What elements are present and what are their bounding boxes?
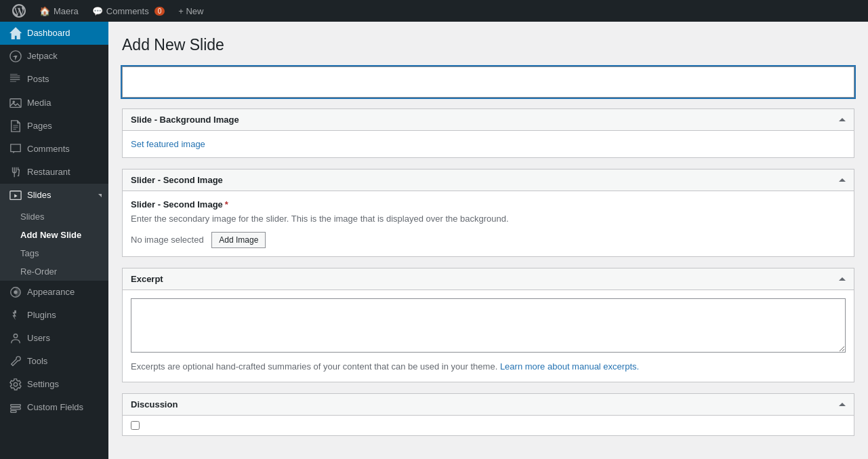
- slider-second-image-content: Slider - Second Image* Enter the seconda…: [123, 191, 854, 257]
- discussion-header[interactable]: Discussion: [123, 394, 854, 416]
- excerpt-content: Excerpts are optional hand-crafted summa…: [123, 290, 854, 382]
- sidebar-label-comments: Comments: [27, 143, 70, 155]
- sidebar-label-appearance: Appearance: [27, 286, 75, 298]
- slide-background-image-collapse-icon: [839, 118, 846, 121]
- sidebar-label-pages: Pages: [27, 120, 52, 132]
- pages-icon: [9, 120, 22, 132]
- sidebar-label-media: Media: [27, 97, 51, 109]
- sidebar-label-custom-fields: Custom Fields: [27, 401, 83, 414]
- restaurant-icon: [9, 166, 22, 178]
- comments-icon: 💬: [92, 6, 103, 16]
- add-image-button[interactable]: Add Image: [211, 232, 266, 248]
- discussion-box: Discussion: [122, 393, 854, 436]
- appearance-icon: [9, 286, 22, 298]
- plugins-icon: [9, 309, 22, 321]
- sidebar-label-slides: Slides: [27, 189, 51, 201]
- slider-second-image-header[interactable]: Slider - Second Image: [123, 169, 854, 191]
- sidebar-label-plugins: Plugins: [27, 309, 56, 321]
- set-featured-image-link[interactable]: Set featured image: [131, 139, 205, 149]
- main-layout: Dashboard Jetpack Posts Media Pages: [0, 22, 868, 459]
- excerpt-textarea[interactable]: [131, 298, 846, 353]
- settings-icon: [9, 378, 22, 391]
- discussion-collapse-icon: [839, 403, 846, 406]
- slides-icon: [9, 189, 22, 201]
- slider-second-image-title: Slider - Second Image: [131, 175, 223, 185]
- comments-count: 0: [154, 7, 165, 16]
- tools-icon: [9, 355, 22, 367]
- sidebar-label-jetpack: Jetpack: [27, 50, 58, 62]
- sidebar-item-slides[interactable]: Slides: [0, 184, 108, 207]
- home-icon: 🏠: [39, 6, 50, 16]
- sidebar-item-appearance[interactable]: Appearance: [0, 281, 108, 304]
- media-icon: [9, 97, 22, 109]
- page-title: Add New Slide: [122, 35, 854, 56]
- content-area: Add New Slide Slide - Background Image S…: [108, 22, 868, 459]
- admin-bar: 🏠 Maera 💬 Comments 0 + New: [0, 0, 868, 22]
- excerpt-box: Excerpt Excerpts are optional hand-craft…: [122, 268, 854, 382]
- slider-second-image-desc: Enter the secondary image for the slider…: [131, 212, 846, 226]
- slider-second-image-collapse-icon: [839, 178, 846, 182]
- excerpt-collapse-icon: [839, 277, 846, 281]
- site-name-button[interactable]: 🏠 Maera: [33, 0, 85, 22]
- svg-point-7: [14, 383, 17, 386]
- sidebar: Dashboard Jetpack Posts Media Pages: [0, 22, 108, 459]
- posts-icon: [9, 73, 22, 85]
- customfields-icon: [9, 402, 22, 414]
- dashboard-icon: [9, 27, 22, 39]
- excerpt-header[interactable]: Excerpt: [123, 268, 854, 290]
- svg-point-6: [14, 334, 17, 338]
- users-icon: [9, 332, 22, 344]
- svg-rect-10: [11, 410, 16, 412]
- discussion-checkbox-row: [131, 421, 846, 430]
- jetpack-icon: [9, 50, 22, 62]
- sidebar-item-plugins[interactable]: Plugins: [0, 304, 108, 327]
- sidebar-item-settings[interactable]: Settings: [0, 373, 108, 396]
- sidebar-item-users[interactable]: Users: [0, 327, 108, 350]
- svg-rect-9: [11, 407, 20, 410]
- sidebar-item-pages[interactable]: Pages: [0, 115, 108, 138]
- discussion-title: Discussion: [131, 399, 178, 410]
- sidebar-item-custom-fields[interactable]: Custom Fields: [0, 396, 108, 419]
- wp-logo-button[interactable]: [5, 0, 33, 22]
- sidebar-label-posts: Posts: [27, 73, 49, 85]
- new-label: + New: [178, 6, 203, 16]
- slide-background-image-header[interactable]: Slide - Background Image: [123, 109, 854, 131]
- sidebar-item-media[interactable]: Media: [0, 92, 108, 115]
- sidebar-item-comments[interactable]: Comments: [0, 138, 108, 161]
- sidebar-sub-item-re-order[interactable]: Re-Order: [0, 262, 108, 281]
- sidebar-sub-item-all-slides[interactable]: Slides: [0, 207, 108, 226]
- slide-background-image-box: Slide - Background Image Set featured im…: [122, 108, 854, 158]
- slider-second-image-box: Slider - Second Image Slider - Second Im…: [122, 169, 854, 258]
- comments-label: Comments: [106, 6, 149, 16]
- sidebar-item-dashboard[interactable]: Dashboard: [0, 22, 108, 45]
- site-name-label: Maera: [54, 6, 79, 16]
- required-indicator: *: [225, 199, 228, 209]
- sidebar-sub-item-add-new-slide[interactable]: Add New Slide: [0, 226, 108, 244]
- svg-rect-8: [11, 404, 20, 406]
- excerpt-note-link[interactable]: Learn more about manual excerpts.: [500, 361, 639, 372]
- slides-arrow-icon: [98, 194, 102, 197]
- slider-second-image-field-label: Slider - Second Image*: [131, 199, 846, 209]
- sidebar-label-users: Users: [27, 332, 50, 344]
- slide-background-image-content: Set featured image: [123, 131, 854, 157]
- slide-title-input[interactable]: [122, 66, 854, 98]
- slide-background-image-title: Slide - Background Image: [131, 115, 239, 125]
- new-button[interactable]: + New: [171, 0, 210, 22]
- sidebar-item-restaurant[interactable]: Restaurant: [0, 161, 108, 184]
- comments-nav-icon: [9, 143, 22, 155]
- discussion-checkbox[interactable]: [131, 421, 140, 430]
- sidebar-item-tools[interactable]: Tools: [0, 350, 108, 373]
- excerpt-title: Excerpt: [131, 274, 163, 284]
- sidebar-label-restaurant: Restaurant: [27, 166, 70, 178]
- sidebar-label-dashboard: Dashboard: [27, 27, 70, 39]
- comments-button[interactable]: 💬 Comments 0: [85, 0, 171, 22]
- slides-submenu: Slides Add New Slide Tags Re-Order: [0, 207, 108, 281]
- sidebar-item-jetpack[interactable]: Jetpack: [0, 45, 108, 68]
- sidebar-item-posts[interactable]: Posts: [0, 68, 108, 91]
- sidebar-sub-item-tags[interactable]: Tags: [0, 244, 108, 262]
- discussion-content: [123, 416, 854, 435]
- excerpt-note: Excerpts are optional hand-crafted summa…: [131, 360, 846, 374]
- svg-point-5: [14, 290, 17, 294]
- sidebar-label-settings: Settings: [27, 378, 59, 391]
- no-image-text: No image selected: [131, 235, 204, 245]
